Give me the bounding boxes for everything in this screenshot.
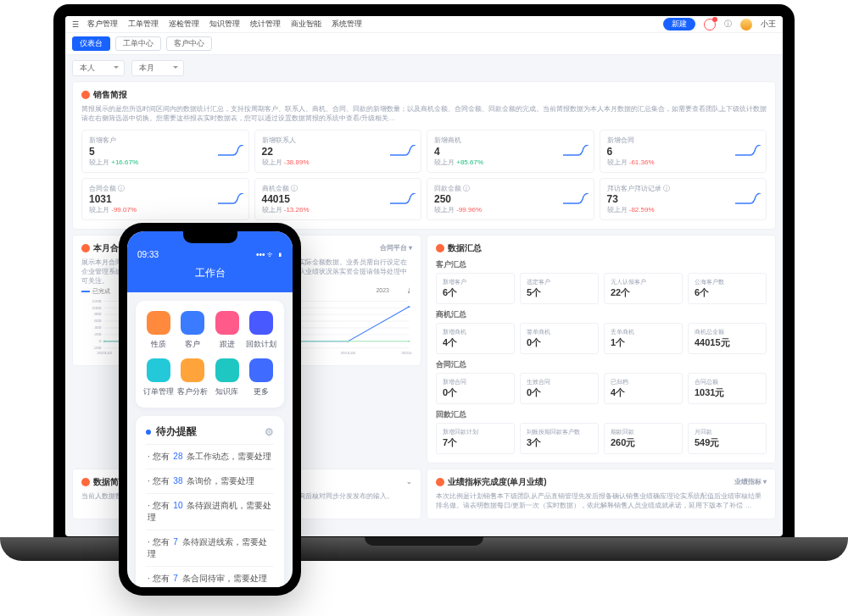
summary-cell: 新增合同0个 (436, 373, 515, 404)
briefing-desc: 简报展示的是您所选时间区间内的数据统计汇总，支持按周期客户、联系人、商机、合同、… (81, 104, 767, 123)
phone-notch (183, 231, 237, 243)
metric-label: 新增客户 (89, 136, 213, 145)
todo-item[interactable]: · 您有 28 条工作动态，需要处理 (146, 444, 274, 469)
phone-mock: 09:33 ••• ᯤ ▮ 工作台 性质 客户 跟进 回款计划 订单管理 客户分… (119, 223, 301, 596)
metric-value: 73 (607, 193, 731, 205)
svg-text:800: 800 (94, 314, 102, 317)
status-icons: ••• ᯤ ▮ (256, 250, 282, 259)
metric-card: 商机金额 ⓘ 44015 较上月 -13.26% (254, 178, 422, 220)
svg-text:2023-06: 2023-06 (340, 352, 356, 355)
flame-icon (436, 478, 444, 486)
app-tile[interactable]: 客户 (176, 311, 209, 350)
flame-icon (81, 478, 90, 486)
summary-card: 数据汇总 客户汇总新增客户6个选定客户5个无人认领客户22个公海客户数6个商机汇… (427, 235, 776, 463)
metric-compare: 较上月 -82.59% (607, 205, 731, 214)
metric-value: 6 (607, 146, 731, 158)
metric-label: 商机金额 ⓘ (262, 184, 386, 193)
help-icon[interactable]: ⓘ (724, 19, 732, 30)
todo-item[interactable]: · 您有 7 条待跟进线索，需要处理 (146, 530, 274, 566)
summary-cell: 签单商机0个 (520, 323, 599, 354)
summary-cell: 公海客户数6个 (688, 273, 767, 304)
menu-item[interactable]: 系统管理 (332, 19, 362, 30)
metric-card: 新增客户 5 较上月 +16.67% (81, 130, 249, 172)
dot-icon (146, 430, 151, 435)
metric-compare: 较上月 -13.26% (262, 205, 386, 214)
tab-other[interactable]: 工单中心 (115, 36, 161, 51)
br-filter[interactable]: 业绩指标 ▾ (734, 477, 767, 486)
app-label: 更多 (254, 386, 269, 397)
user-name[interactable]: 小王 (761, 19, 776, 30)
app-icon (147, 358, 170, 382)
metric-value: 4 (434, 146, 558, 158)
metric-compare: 较上月 -99.96% (434, 205, 558, 214)
app-tile[interactable]: 订单管理 (142, 358, 175, 397)
menu-item[interactable]: 知识管理 (209, 19, 240, 30)
menu-item[interactable]: 巡检管理 (169, 19, 199, 30)
summary-cell: 新增商机4个 (436, 323, 515, 354)
summary-section-title: 商机汇总 (436, 309, 767, 320)
summary-cell: 新增回款计划7个 (436, 423, 515, 454)
app-label: 知识库 (215, 386, 238, 397)
app-tile[interactable]: 客户分析 (176, 358, 209, 397)
owner-select[interactable]: 本人 (72, 60, 125, 76)
laptop-lip (365, 537, 483, 546)
page-tabs: 仪表台 工单中心 客户中心 (65, 33, 783, 55)
app-label: 客户分析 (177, 386, 208, 397)
metric-value: 44015 (262, 193, 386, 205)
briefing-card: 销售简报 简报展示的是您所选时间区间内的数据统计汇总，支持按周期客户、联系人、商… (72, 81, 776, 230)
todo-section: 待办提醒 ⚙ · 您有 28 条工作动态，需要处理· 您有 38 条询价，需要处… (136, 416, 284, 587)
notification-bell-icon[interactable] (704, 19, 716, 31)
todo-item[interactable]: · 您有 10 条待跟进商机，需要处理 (146, 493, 274, 530)
app-tile[interactable]: 跟进 (211, 311, 243, 350)
collapse-icon[interactable]: ⌄ (406, 478, 412, 486)
metric-label: 回款金额 ⓘ (434, 184, 558, 193)
menu-item[interactable]: 工单管理 (128, 19, 159, 30)
app-tile[interactable]: 回款计划 (245, 311, 277, 350)
app-tile[interactable]: 更多 (245, 358, 277, 397)
metric-value: 250 (434, 193, 558, 205)
app-label: 性质 (151, 339, 166, 350)
app-label: 跟进 (220, 339, 235, 350)
summary-cell: 期款回款260元 (604, 423, 683, 454)
app-tile[interactable]: 知识库 (211, 358, 243, 397)
svg-text:-200: -200 (93, 347, 103, 350)
app-tile[interactable]: 性质 (142, 311, 175, 350)
app-grid: 性质 客户 跟进 回款计划 订单管理 客户分析 知识库 更多 (136, 301, 284, 408)
metric-card: 回款金额 ⓘ 250 较上月 -99.96% (427, 178, 594, 220)
menu-item[interactable]: 客户管理 (87, 19, 118, 30)
menu-item[interactable]: 统计管理 (250, 19, 281, 30)
new-button[interactable]: 新建 (663, 18, 695, 31)
chart-filter[interactable]: 合同平台 ▾ (380, 243, 412, 253)
metric-card: 新增合同 6 较上月 -61.36% (600, 130, 767, 172)
tab-dashboard[interactable]: 仪表台 (72, 36, 110, 51)
todo-item[interactable]: · 您有 38 条询价，需要处理 (146, 469, 274, 493)
summary-cell: 无人认领客户22个 (604, 273, 683, 304)
flame-icon (436, 244, 444, 253)
todo-item[interactable]: · 您有 7 条合同待审，需要处理 (146, 566, 274, 587)
svg-text:0: 0 (99, 340, 103, 343)
summary-cell: 生效合同0个 (520, 373, 599, 404)
metric-compare: 较上月 +16.67% (89, 158, 213, 167)
app-label: 客户 (185, 339, 200, 350)
phone-screen: 09:33 ••• ᯤ ▮ 工作台 性质 客户 跟进 回款计划 订单管理 客户分… (127, 231, 293, 587)
svg-text:2023-07: 2023-07 (401, 352, 412, 355)
avatar[interactable] (740, 19, 752, 31)
app-label: 回款计划 (246, 339, 276, 350)
svg-point-33 (408, 341, 410, 342)
status-time: 09:33 (137, 250, 159, 259)
svg-text:1000: 1000 (92, 307, 103, 310)
br-card: 业绩指标完成度(单月业绩)业绩指标 ▾ 本次比例是计划销售本下级团队从产品直销管… (427, 469, 776, 519)
period-select[interactable]: 本月 (131, 60, 184, 76)
summary-cell: 选定客户5个 (520, 273, 599, 304)
summary-cell: 新增客户6个 (436, 273, 515, 304)
menu-item[interactable]: 商业智能 (291, 19, 321, 30)
gear-icon[interactable]: ⚙ (265, 426, 274, 438)
download-icon[interactable]: ⭳ (406, 287, 412, 296)
phone-title: 工作台 (137, 266, 282, 280)
svg-point-32 (347, 341, 349, 342)
summary-section-title: 回款汇总 (436, 409, 767, 420)
hamburger-icon[interactable]: ☰ (72, 20, 79, 29)
tab-other[interactable]: 客户中心 (166, 36, 212, 51)
metric-label: 新增商机 (434, 136, 558, 145)
metric-card: 新增商机 4 较上月 +85.67% (427, 130, 594, 172)
